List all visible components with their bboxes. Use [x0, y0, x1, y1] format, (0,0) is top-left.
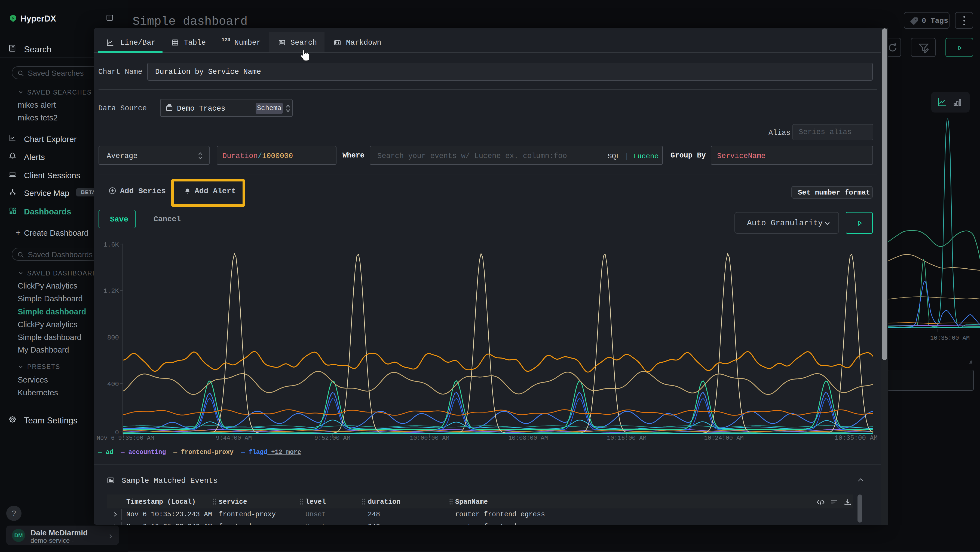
svg-text:10:24:00 AM: 10:24:00 AM [704, 435, 743, 442]
svg-text:10:16:00 AM: 10:16:00 AM [607, 435, 646, 442]
svg-text:10:00:00 AM: 10:00:00 AM [410, 435, 449, 442]
svg-text:1.6K: 1.6K [103, 241, 119, 249]
svg-text:400: 400 [107, 381, 119, 388]
svg-text:10:35:00 AM: 10:35:00 AM [835, 434, 878, 442]
svg-text:9:52:00 AM: 9:52:00 AM [314, 435, 350, 442]
svg-text:1.2K: 1.2K [103, 287, 119, 295]
svg-text:Nov 6 9:35:00 AM: Nov 6 9:35:00 AM [97, 435, 154, 442]
svg-text:9:44:00 AM: 9:44:00 AM [216, 435, 252, 442]
svg-text:800: 800 [107, 334, 119, 341]
svg-text:10:08:00 AM: 10:08:00 AM [508, 435, 548, 442]
